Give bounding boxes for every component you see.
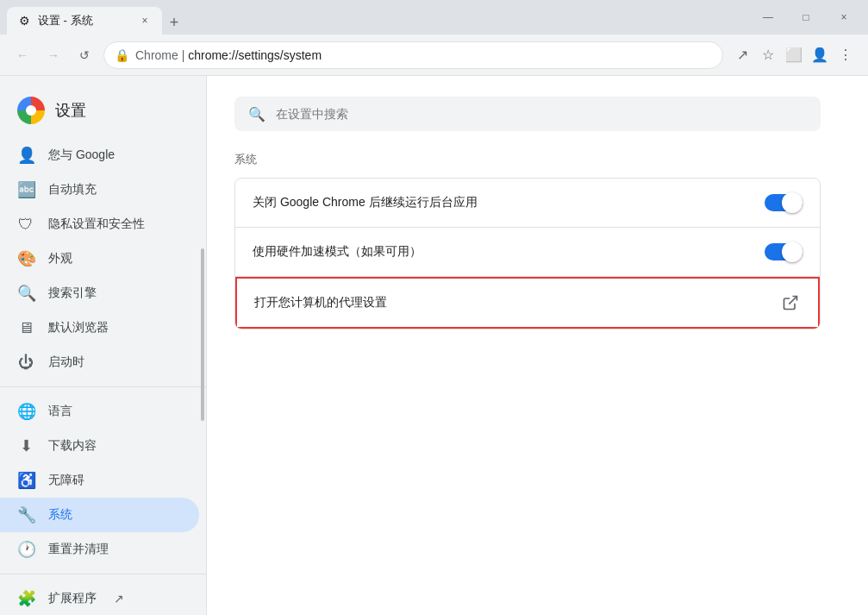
palette-icon: 🎨 [17, 249, 34, 268]
external-link-icon: ↗ [114, 592, 124, 606]
sidebar: 设置 👤 您与 Google 🔤 自动填充 🛡 隐私设置和安全性 🎨 外观 🔍 … [0, 76, 207, 615]
title-bar: ⚙ 设置 - 系统 × + — □ × [0, 0, 868, 35]
toolbar-icons: ↗ ☆ ⬜ 👤 ⋮ [730, 43, 858, 67]
sidebar-label-system: 系统 [48, 507, 72, 523]
sidebar-label-language: 语言 [48, 404, 72, 419]
sidebar-label-search: 搜索引擎 [48, 286, 97, 301]
puzzle-icon: 🧩 [17, 589, 34, 608]
window-controls: — □ × [751, 4, 861, 30]
sidebar-item-reset[interactable]: 🕐 重置并清理 [0, 532, 199, 567]
person-icon: 👤 [17, 146, 34, 165]
settings-card: 关闭 Google Chrome 后继续运行后台应用 使用硬件加速模式（如果可用… [234, 178, 821, 329]
sidebar-item-accessibility[interactable]: ♿ 无障碍 [0, 463, 199, 498]
minimize-button[interactable]: — [751, 4, 785, 30]
tab-title: 设置 - 系统 [38, 13, 131, 28]
toggle-thumb-2 [782, 242, 802, 262]
refresh-button[interactable]: ↺ [72, 43, 97, 67]
shield-icon: 🛡 [17, 216, 34, 234]
sidebar-item-appearance[interactable]: 🎨 外观 [0, 242, 199, 276]
tab-favicon: ⚙ [17, 14, 31, 28]
search-bar-icon: 🔍 [248, 106, 265, 122]
chrome-logo [17, 97, 45, 124]
url-favicon: 🔒 [115, 48, 128, 62]
sidebar-item-search[interactable]: 🔍 搜索引擎 [0, 276, 199, 311]
sidebar-label-appearance: 外观 [48, 251, 72, 267]
settings-title: 设置 [55, 100, 86, 121]
address-bar: ← → ↺ 🔒 Chrome | chrome://settings/syste… [0, 35, 868, 76]
sidebar-divider-2 [0, 574, 206, 574]
proxy-external-link-icon [780, 292, 801, 313]
background-apps-row: 关闭 Google Chrome 后继续运行后台应用 [235, 179, 820, 228]
close-window-button[interactable]: × [827, 4, 861, 30]
hardware-accel-label: 使用硬件加速模式（如果可用） [253, 244, 751, 260]
sidebar-item-language[interactable]: 🌐 语言 [0, 394, 199, 429]
maximize-button[interactable]: □ [789, 4, 823, 30]
wrench-icon: 🔧 [17, 505, 34, 524]
sidebar-item-privacy[interactable]: 🛡 隐私设置和安全性 [0, 207, 199, 242]
new-tab-button[interactable]: + [162, 10, 186, 35]
url-path-part: chrome://settings/system [188, 48, 322, 62]
profile-icon[interactable]: 👤 [808, 43, 832, 67]
toggle-thumb [782, 192, 802, 213]
sidebar-label-autofill: 自动填充 [48, 182, 97, 198]
svg-line-0 [789, 297, 796, 304]
sidebar-item-google[interactable]: 👤 您与 Google [0, 138, 199, 173]
search-icon: 🔍 [17, 284, 34, 303]
search-input[interactable] [276, 107, 807, 121]
download-icon: ⬇ [17, 436, 34, 455]
section-title: 系统 [234, 152, 840, 167]
search-bar: 🔍 [234, 97, 821, 131]
reset-icon: 🕐 [17, 540, 34, 559]
proxy-settings-label: 打开您计算机的代理设置 [254, 295, 766, 311]
url-text: Chrome | chrome://settings/system [135, 48, 712, 62]
background-apps-label: 关闭 Google Chrome 后继续运行后台应用 [253, 195, 751, 210]
accessibility-icon: ♿ [17, 471, 34, 490]
globe-icon: 🌐 [17, 402, 34, 421]
sidebar-label-download: 下载内容 [48, 438, 97, 454]
sidebar-item-autofill[interactable]: 🔤 自动填充 [0, 173, 199, 207]
sidebar-label-reset: 重置并清理 [48, 542, 109, 557]
sidebar-label-startup: 启动时 [48, 355, 84, 370]
sidebar-label-accessibility: 无障碍 [48, 473, 84, 488]
proxy-settings-row[interactable]: 打开您计算机的代理设置 [235, 277, 820, 329]
url-bar[interactable]: 🔒 Chrome | chrome://settings/system [103, 41, 723, 69]
tab-area: ⚙ 设置 - 系统 × + [7, 0, 747, 35]
extensions-label: 扩展程序 [48, 591, 97, 606]
sidebar-divider [0, 386, 206, 387]
sidebar-item-extensions[interactable]: 🧩 扩展程序 ↗ [0, 581, 206, 615]
sidebar-item-browser[interactable]: 🖥 默认浏览器 [0, 311, 199, 345]
tab-close-button[interactable]: × [138, 14, 152, 28]
autofill-icon: 🔤 [17, 180, 34, 199]
active-tab[interactable]: ⚙ 设置 - 系统 × [7, 7, 162, 35]
sidebar-item-startup[interactable]: ⏻ 启动时 [0, 345, 199, 380]
background-apps-toggle[interactable] [765, 192, 802, 213]
sidebar-scrollbar[interactable] [201, 248, 204, 421]
sidebar-header: 设置 [0, 83, 206, 138]
bookmark-icon[interactable]: ☆ [756, 43, 780, 67]
back-button[interactable]: ← [10, 43, 34, 67]
sidebar-item-download[interactable]: ⬇ 下载内容 [0, 429, 199, 463]
url-chrome-part: Chrome [135, 48, 178, 62]
sidebar-label-browser: 默认浏览器 [48, 320, 109, 336]
sidebar-label-privacy: 隐私设置和安全性 [48, 217, 145, 232]
menu-icon[interactable]: ⋮ [834, 43, 858, 67]
share-icon[interactable]: ↗ [730, 43, 754, 67]
power-icon: ⏻ [17, 354, 34, 372]
browser-icon: 🖥 [17, 319, 34, 337]
main-layout: 设置 👤 您与 Google 🔤 自动填充 🛡 隐私设置和安全性 🎨 外观 🔍 … [0, 76, 868, 615]
split-view-icon[interactable]: ⬜ [782, 43, 806, 67]
hardware-accel-row: 使用硬件加速模式（如果可用） [235, 228, 820, 277]
sidebar-item-system[interactable]: 🔧 系统 [0, 498, 199, 532]
content-area: 🔍 系统 关闭 Google Chrome 后继续运行后台应用 使用硬件加速模式… [207, 76, 868, 615]
sidebar-label-google: 您与 Google [48, 147, 115, 163]
hardware-accel-toggle[interactable] [765, 242, 802, 262]
forward-button[interactable]: → [41, 43, 66, 67]
